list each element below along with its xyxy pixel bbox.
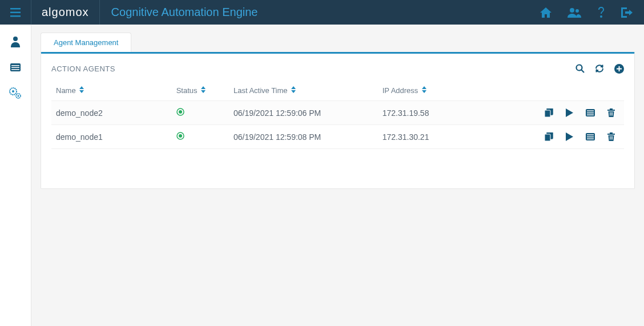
details-button[interactable] (586, 108, 595, 117)
svg-rect-48 (611, 136, 611, 140)
play-icon (566, 108, 573, 117)
svg-rect-19 (617, 69, 622, 70)
svg-rect-2 (10, 15, 21, 17)
run-button[interactable] (566, 108, 573, 117)
ip-address: 172.31.30.21 (383, 132, 429, 142)
home-icon (540, 7, 552, 18)
menu-toggle-button[interactable] (0, 0, 31, 25)
delete-button[interactable] (607, 108, 615, 117)
list-icon (586, 133, 595, 140)
svg-rect-28 (587, 112, 594, 114)
svg-rect-29 (587, 115, 594, 116)
svg-point-6 (13, 37, 18, 41)
search-button[interactable] (575, 64, 585, 74)
trash-icon (607, 108, 615, 117)
ip-address: 172.31.19.58 (383, 108, 429, 118)
add-button[interactable] (614, 64, 624, 74)
panel-actions (575, 64, 624, 74)
svg-point-21 (179, 110, 182, 114)
status-indicator (176, 132, 184, 140)
logo-text: algomox (42, 6, 89, 19)
header-left: algomox Cognitive Automation Engine (0, 0, 257, 25)
top-header: algomox Cognitive Automation Engine (0, 0, 644, 25)
column-label: IP Address (383, 86, 418, 95)
delete-button[interactable] (607, 132, 615, 141)
play-icon (566, 132, 573, 141)
cell-last-active: 06/19/2021 12:59:08 PM (229, 125, 378, 149)
main-content: Agent Management ACTION AGENTS (31, 25, 644, 326)
brand-logo[interactable]: algomox (31, 0, 100, 25)
list-icon (586, 109, 595, 116)
panel-title: ACTION AGENTS (51, 65, 115, 73)
sidebar-item-list[interactable] (10, 63, 21, 71)
body-wrap: Agent Management ACTION AGENTS (0, 25, 644, 326)
column-label: Last Active Time (234, 86, 288, 95)
logout-button[interactable] (621, 7, 633, 18)
svg-rect-1 (10, 11, 21, 13)
copy-button[interactable] (545, 132, 553, 141)
sidebar-item-agents[interactable] (10, 36, 21, 47)
home-button[interactable] (540, 7, 552, 18)
column-header-ip[interactable]: IP Address (378, 81, 521, 101)
column-header-last-active[interactable]: Last Active Time (229, 81, 378, 101)
gears-icon (9, 87, 22, 99)
sort-icon (291, 88, 296, 94)
panel-header: ACTION AGENTS (51, 64, 624, 74)
list-icon (10, 63, 21, 71)
svg-rect-30 (607, 110, 615, 111)
cell-status (172, 125, 229, 149)
table-row: demo_node2 06/19/2021 12:59:06 PM 172.31… (51, 101, 624, 125)
refresh-icon (595, 64, 604, 73)
agent-name: demo_node1 (56, 132, 103, 142)
svg-point-15 (577, 65, 582, 71)
run-button[interactable] (566, 132, 573, 141)
svg-point-5 (600, 15, 602, 18)
question-icon (597, 7, 605, 18)
cell-actions (521, 101, 624, 125)
sort-icon (201, 88, 206, 94)
svg-point-3 (570, 8, 574, 13)
svg-rect-33 (611, 112, 611, 116)
status-indicator (176, 108, 184, 116)
status-active-icon (176, 108, 184, 116)
svg-line-16 (582, 70, 585, 73)
help-button[interactable] (597, 7, 605, 18)
details-button[interactable] (586, 132, 595, 141)
column-header-status[interactable]: Status (172, 81, 229, 101)
cell-ip: 172.31.19.58 (378, 101, 521, 125)
users-button[interactable] (567, 7, 581, 18)
copy-button[interactable] (545, 108, 553, 117)
agents-table: Name Status (51, 81, 624, 149)
copy-icon (545, 132, 553, 141)
svg-rect-25 (545, 110, 550, 117)
sidebar-item-settings[interactable] (9, 87, 22, 99)
copy-icon (545, 108, 553, 117)
status-active-icon (176, 132, 184, 140)
svg-rect-8 (11, 65, 19, 66)
cell-actions (521, 125, 624, 149)
agent-name: demo_node2 (56, 108, 103, 118)
svg-rect-47 (610, 136, 610, 140)
refresh-button[interactable] (595, 64, 604, 74)
svg-point-12 (12, 90, 14, 92)
plus-circle-icon (614, 64, 624, 74)
svg-rect-46 (610, 132, 613, 134)
last-active-time: 06/19/2021 12:59:06 PM (234, 108, 321, 118)
cell-ip: 172.31.30.21 (378, 125, 521, 149)
tab-label: Agent Management (54, 38, 118, 47)
table-row: demo_node1 06/19/2021 12:59:08 PM 172.31… (51, 125, 624, 149)
tab-agent-management[interactable]: Agent Management (41, 33, 131, 52)
column-header-name[interactable]: Name (51, 81, 172, 101)
cell-status (172, 101, 229, 125)
trash-icon (607, 132, 615, 141)
hamburger-icon (10, 8, 21, 17)
svg-rect-49 (612, 136, 613, 140)
row-actions (525, 132, 619, 141)
svg-rect-31 (610, 108, 613, 110)
users-icon (567, 7, 581, 18)
svg-point-14 (18, 95, 19, 97)
sidebar (0, 25, 31, 326)
svg-rect-0 (10, 8, 21, 10)
logout-icon (621, 7, 633, 18)
svg-rect-10 (11, 69, 19, 70)
